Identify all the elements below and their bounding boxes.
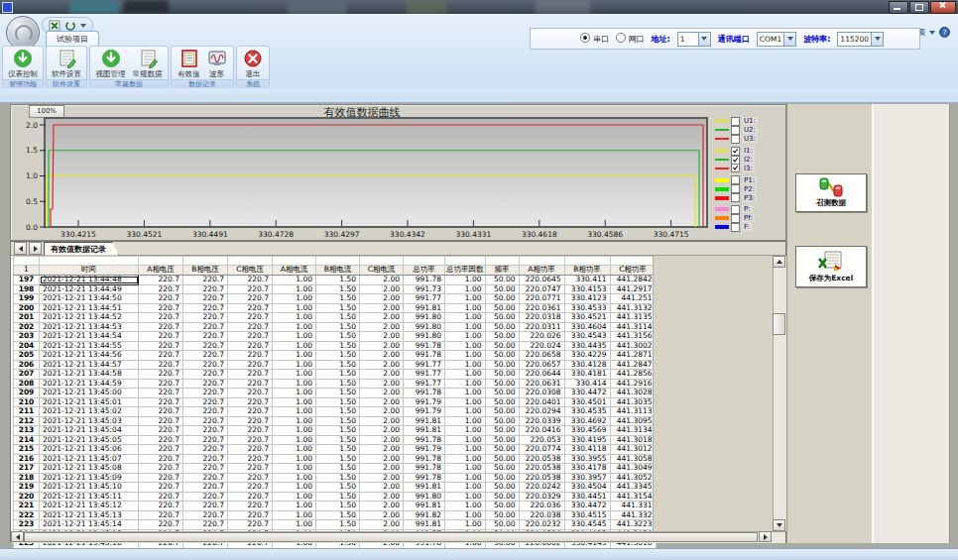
cell[interactable]: 220.7 [139,360,183,370]
cell[interactable]: 330.4535 [564,407,610,417]
cell[interactable]: 1.00 [273,483,316,493]
cell[interactable]: 220.7 [183,473,228,483]
cell[interactable]: 50.00 [485,341,519,351]
cell[interactable]: 220.7 [228,502,273,511]
cell[interactable]: 991.80 [404,322,445,332]
legend-checkbox-I1[interactable] [731,147,740,156]
cell[interactable]: 991.78 [404,341,445,351]
cell[interactable]: 220.0631 [519,379,564,389]
cell[interactable]: 50.00 [485,389,519,398]
cell[interactable]: 220.7 [139,407,183,417]
cell[interactable]: 441.2842 [610,276,656,285]
cell[interactable]: 2.00 [360,370,404,380]
cell[interactable]: 330.4195 [564,435,610,445]
cell[interactable]: 206 [14,360,40,370]
cell[interactable]: 1.50 [316,445,360,455]
chevron-down-icon[interactable] [698,33,710,46]
cell[interactable]: 2021-12-21 13:44:52 [40,313,139,323]
cell[interactable]: 441.3134 [610,426,656,436]
cell[interactable]: 220.0747 [519,284,564,294]
cell[interactable]: 1.00 [445,445,486,455]
cell[interactable]: 2.00 [360,389,404,398]
cell[interactable]: 1.50 [316,313,360,323]
cell[interactable]: 1.00 [445,332,486,342]
cell[interactable]: 1.50 [316,322,360,332]
cell[interactable]: 50.00 [485,492,519,502]
cell[interactable]: 1.50 [316,284,360,294]
cell[interactable]: 1.50 [316,435,360,445]
cell[interactable]: 1.00 [273,473,316,483]
cell[interactable]: 330.4118 [564,445,610,455]
cell[interactable]: 1.50 [316,341,360,351]
horizontal-scroll-thumb[interactable] [24,532,758,542]
cell[interactable]: 330.4229 [564,351,610,361]
cell[interactable]: 1.00 [273,276,316,285]
cell[interactable]: 202 [14,322,40,332]
column-header[interactable]: A相电流 [273,266,316,276]
cell[interactable]: 220.7 [228,379,273,389]
cell[interactable]: 220.7 [183,322,228,332]
cell[interactable]: 991.78 [404,389,445,398]
refresh-icon[interactable] [64,20,76,32]
legend-checkbox-P3[interactable] [731,193,740,202]
cell[interactable]: 1.50 [316,473,360,483]
cell[interactable]: 1.00 [445,473,486,483]
cell[interactable]: 2.00 [360,426,404,436]
cell[interactable]: 1.50 [316,360,360,370]
cell[interactable]: 441.251 [610,294,656,304]
cell[interactable]: 50.00 [485,464,519,474]
cell[interactable]: 991.73 [404,284,445,294]
fetch-data-button[interactable]: 召测数据 [795,173,867,212]
cell[interactable]: 220.7 [139,520,183,530]
network-port-radio[interactable] [616,33,626,43]
cell[interactable]: 220.7 [183,483,228,493]
cell[interactable]: 330.414 [564,379,610,389]
cell[interactable]: 991.77 [404,370,445,380]
vertical-scroll-thumb[interactable] [773,313,785,335]
cell[interactable]: 441.3135 [610,313,656,323]
cell[interactable]: 218 [14,473,40,483]
cell[interactable]: 220.7 [183,510,228,520]
scroll-right-icon[interactable] [759,531,772,542]
cell[interactable]: 220.0308 [519,389,564,398]
cell[interactable]: 441.3223 [610,520,656,530]
cell[interactable]: 330.4128 [564,360,610,370]
cell[interactable]: 441.3154 [610,492,656,502]
cell[interactable]: 50.00 [485,397,519,407]
cell[interactable]: 50.00 [485,313,519,323]
cell[interactable]: 2021-12-21 13:44:53 [40,322,139,332]
cell[interactable]: 2.00 [360,351,404,361]
baud-rate-select[interactable]: 115200 [837,32,884,47]
cell[interactable]: 220.0644 [519,370,564,380]
sheet-tab-rms-records[interactable]: 有效值数据记录 [44,242,119,256]
cell[interactable]: 1.00 [273,520,316,530]
cell[interactable]: 1.00 [445,426,486,436]
cell[interactable]: 215 [14,445,40,455]
cell[interactable]: 2021-12-21 13:44:49 [40,284,139,294]
cell[interactable]: 220.7 [139,341,183,351]
cell[interactable]: 220.7 [183,492,228,502]
cell[interactable]: 220.7 [228,464,273,474]
cell[interactable]: 330.4472 [564,389,610,398]
cell[interactable]: 441.2916 [610,379,656,389]
cell[interactable]: 1.50 [316,332,360,342]
cell[interactable]: 1.50 [316,454,360,464]
cell[interactable]: 2.00 [360,379,404,389]
cell[interactable]: 214 [14,435,40,445]
cell[interactable]: 991.77 [404,360,445,370]
cell[interactable]: 220.0339 [519,416,564,426]
chevron-down-icon[interactable] [783,33,795,46]
cell[interactable]: 1.00 [445,416,486,426]
cell[interactable]: 220.7 [228,313,273,323]
cell[interactable]: 221 [14,502,40,511]
ribbon-button-instrument-control[interactable]: 仪表控制 [5,48,41,79]
cell[interactable]: 1.00 [445,294,486,304]
cell[interactable]: 441.3028 [610,389,656,398]
cell[interactable]: 220.7 [139,284,183,294]
cell[interactable]: 441.3012 [610,445,656,455]
ribbon-button-rms-value[interactable]: 有效值 [175,48,203,79]
cell[interactable]: 220.7 [139,322,183,332]
cell[interactable]: 220.7 [139,510,183,520]
cell[interactable]: 2021-12-21 13:45:04 [40,426,139,436]
cell[interactable]: 220.036 [519,502,564,511]
